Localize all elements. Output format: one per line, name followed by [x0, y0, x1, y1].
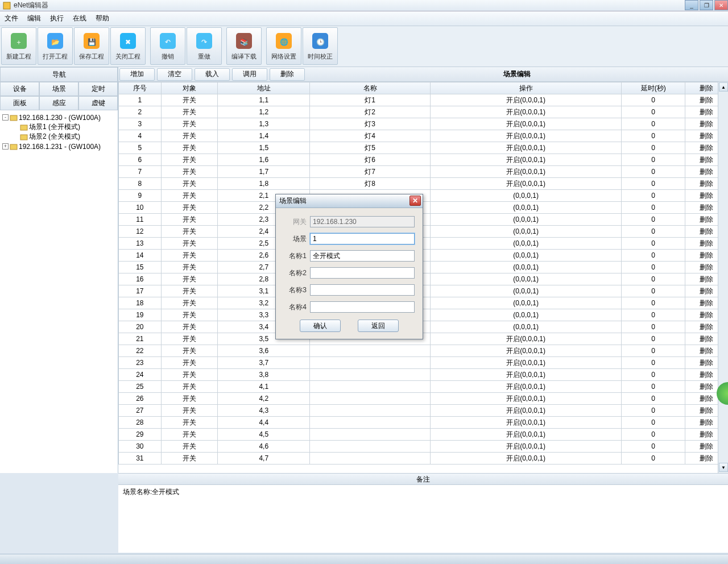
- close-button[interactable]: ✕: [714, 0, 728, 10]
- panel-btn-清空[interactable]: 清空: [157, 68, 192, 81]
- maximize-button[interactable]: ❐: [700, 0, 713, 10]
- table-row[interactable]: 23开关3,7开启(0,0,0,1)0删除: [119, 357, 728, 369]
- scroll-down-button[interactable]: ▼: [719, 463, 728, 472]
- table-row[interactable]: 27开关4,3开启(0,0,0,1)0删除: [119, 405, 728, 417]
- col-header[interactable]: 操作: [430, 82, 621, 94]
- toolbar-编译下载[interactable]: 📚编译下载: [226, 27, 262, 65]
- svg-text:↷: ↷: [201, 38, 207, 46]
- cell-obj: 开关: [161, 369, 218, 381]
- table-row[interactable]: 9开关2,1(0,0,0,1)0删除: [119, 190, 728, 202]
- menu-帮助[interactable]: 帮助: [96, 14, 109, 23]
- table-row[interactable]: 15开关2,7(0,0,0,1)0删除: [119, 262, 728, 273]
- table-row[interactable]: 8开关1,8灯8开启(0,0,0,1)0删除: [119, 178, 728, 190]
- menu-执行[interactable]: 执行: [50, 14, 64, 23]
- table-row[interactable]: 7开关1,7灯7开启(0,0,0,1)0删除: [119, 166, 728, 178]
- table-row[interactable]: 17开关3,1(0,0,0,1)0删除: [119, 285, 728, 297]
- table-row[interactable]: 12开关2,4(0,0,0,1)0删除: [119, 226, 728, 238]
- table-row[interactable]: 24开关3,8开启(0,0,0,1)0删除: [119, 369, 728, 381]
- cell-seq: 1: [119, 94, 162, 106]
- table-row[interactable]: 18开关3,2(0,0,0,1)0删除: [119, 297, 728, 309]
- panel-btn-增加[interactable]: 增加: [119, 68, 155, 81]
- table-row[interactable]: 16开关2,8(0,0,0,1)0删除: [119, 273, 728, 285]
- nav-tab-面板[interactable]: 面板: [0, 96, 39, 110]
- col-header[interactable]: 名称: [310, 82, 431, 94]
- menu-编辑[interactable]: 编辑: [27, 14, 41, 23]
- nav-tab-定时[interactable]: 定时: [78, 82, 118, 96]
- tree-node[interactable]: -192.168.1.230 - (GW100A): [1, 113, 117, 122]
- table-row[interactable]: 26开关4,2开启(0,0,0,1)0删除: [119, 393, 728, 405]
- table-row[interactable]: 25开关4,1开启(0,0,0,1)0删除: [119, 381, 728, 393]
- cell-delay: 0: [622, 262, 685, 273]
- table-row[interactable]: 6开关1,6灯6开启(0,0,0,1)0删除: [119, 154, 728, 166]
- table-row[interactable]: 31开关4,7开启(0,0,0,1)0删除: [119, 453, 728, 465]
- nav-tab-场景[interactable]: 场景: [39, 82, 78, 96]
- tree-node[interactable]: 场景2 (全关模式): [1, 132, 117, 142]
- table-row[interactable]: 13开关2,5(0,0,0,1)0删除: [119, 238, 728, 250]
- col-header[interactable]: 延时(秒): [622, 82, 685, 94]
- toolbar-时间校正[interactable]: 🕒时间校正: [303, 27, 338, 65]
- dlg-input-名称1[interactable]: [310, 250, 415, 262]
- toolbar-关闭工程[interactable]: ✖关闭工程: [110, 27, 146, 65]
- cell-seq: 9: [119, 190, 162, 202]
- tree-node[interactable]: +192.168.1.231 - (GW100A): [1, 142, 117, 151]
- nav-tab-设备[interactable]: 设备: [0, 82, 39, 96]
- table-row[interactable]: 20开关3,4(0,0,0,1)0删除: [119, 321, 728, 333]
- table-row[interactable]: 2开关1,2灯2开启(0,0,0,1)0删除: [119, 106, 728, 118]
- dlg-input-场景[interactable]: [310, 233, 415, 244]
- toolbar-打开工程[interactable]: 📂打开工程: [38, 27, 73, 65]
- table-row[interactable]: 5开关1,5灯5开启(0,0,0,1)0删除: [119, 142, 728, 154]
- dlg-input-名称4[interactable]: [310, 301, 415, 313]
- dialog-title[interactable]: 场景编辑 ✕: [276, 194, 423, 208]
- cell-op: 开启(0,0,0,1): [430, 453, 621, 465]
- dialog-ok-button[interactable]: 确认: [300, 320, 341, 332]
- dialog-cancel-button[interactable]: 返回: [358, 320, 399, 332]
- table-row[interactable]: 3开关1,3灯3开启(0,0,0,1)0删除: [119, 118, 728, 130]
- menu-文件[interactable]: 文件: [5, 14, 18, 23]
- toolbar-重做[interactable]: ↷重做: [187, 27, 222, 65]
- table-row[interactable]: 22开关3,6开启(0,0,0,1)0删除: [119, 345, 728, 357]
- dialog-close-button[interactable]: ✕: [410, 196, 421, 206]
- table-row[interactable]: 19开关3,3(0,0,0,1)0删除: [119, 309, 728, 321]
- toolbar-撤销[interactable]: ↶撤销: [150, 27, 185, 65]
- col-header[interactable]: 地址: [218, 82, 310, 94]
- tree-toggle-icon[interactable]: +: [2, 143, 9, 150]
- dlg-input-名称2[interactable]: [310, 267, 415, 279]
- panel-btn-删除[interactable]: 删除: [270, 68, 305, 81]
- table-row[interactable]: 14开关2,6(0,0,0,1)0删除: [119, 250, 728, 262]
- table-row[interactable]: 29开关4,5开启(0,0,0,1)0删除: [119, 429, 728, 441]
- scroll-up-button[interactable]: ▲: [719, 82, 728, 92]
- table-row[interactable]: 10开关2,2(0,0,0,1)0删除: [119, 202, 728, 214]
- table-row[interactable]: 30开关4,6开启(0,0,0,1)0删除: [119, 441, 728, 453]
- cell-obj: 开关: [161, 226, 218, 238]
- toolbar-label: 新建工程: [6, 52, 31, 61]
- cell-delay: 0: [622, 417, 685, 429]
- toolbar-网络设置[interactable]: 🌐网络设置: [266, 27, 301, 65]
- toolbar-label: 重做: [198, 52, 210, 61]
- cell-obj: 开关: [161, 130, 218, 142]
- col-header[interactable]: 对象: [161, 82, 218, 94]
- table-row[interactable]: 28开关4,4开启(0,0,0,1)0删除: [119, 417, 728, 429]
- col-header[interactable]: 序号: [119, 82, 162, 94]
- scrollbar[interactable]: ▲ ▼: [718, 82, 728, 473]
- panel-btn-载入[interactable]: 载入: [195, 68, 230, 81]
- toolbar-新建工程[interactable]: ＋新建工程: [1, 27, 36, 65]
- dlg-input-名称3[interactable]: [310, 284, 415, 296]
- notes-body: 场景名称:全开模式: [118, 485, 728, 499]
- titlebar: eNet编辑器 _ ❐ ✕: [0, 0, 728, 11]
- table-row[interactable]: 11开关2,3(0,0,0,1)0删除: [119, 214, 728, 226]
- cell-addr: 3,6: [218, 345, 310, 357]
- cell-obj: 开关: [161, 202, 218, 214]
- table-row[interactable]: 21开关3,5开启(0,0,0,1)0删除: [119, 333, 728, 345]
- toolbar-label: 保存工程: [79, 52, 104, 61]
- toolbar-保存工程[interactable]: 💾保存工程: [74, 27, 109, 65]
- minimize-button[interactable]: _: [685, 0, 698, 10]
- tree-node[interactable]: 场景1 (全开模式): [1, 122, 117, 132]
- panel-btn-调用[interactable]: 调用: [232, 68, 267, 81]
- table-row[interactable]: 4开关1,4灯4开启(0,0,0,1)0删除: [119, 130, 728, 142]
- dlg-label-网关: 网关: [284, 217, 307, 227]
- tree-toggle-icon[interactable]: -: [2, 114, 9, 121]
- table-row[interactable]: 1开关1,1灯1开启(0,0,0,1)0删除: [119, 94, 728, 106]
- menu-在线[interactable]: 在线: [73, 14, 86, 23]
- nav-tab-虚键[interactable]: 虚键: [78, 96, 118, 110]
- nav-tab-感应[interactable]: 感应: [39, 96, 78, 110]
